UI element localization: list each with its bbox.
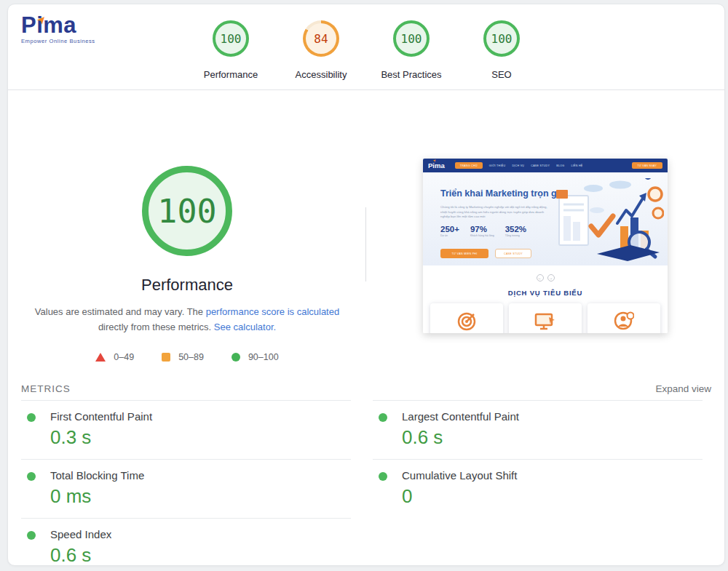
report-card: ➤ Pima Empower Online Business 100 Perfo… [7, 4, 725, 566]
category-label: Accessibility [296, 69, 347, 80]
logo-tagline: Empower Online Business [21, 38, 101, 44]
pass-dot-icon [27, 531, 36, 540]
category-label: SEO [491, 69, 511, 80]
metric-label: First Contentful Paint [50, 410, 351, 423]
metric-cumulative-layout-shift: Cumulative Layout Shift 0 [373, 459, 703, 518]
accessibility-gauge-icon: 84 [303, 20, 339, 57]
metric-speed-index: Speed Index 0.6 s [21, 518, 351, 566]
pima-logo[interactable]: ➤ Pima Empower Online Business [21, 15, 101, 44]
performance-summary: 100 Performance Values are estimated and… [8, 90, 724, 375]
seo-gauge-icon: 100 [483, 20, 520, 57]
stat-label: Khách hàng hài lòng [470, 234, 494, 237]
score-calc-link[interactable]: performance score is calculated [206, 306, 340, 317]
score-column: 100 Performance Values are estimated and… [8, 90, 366, 375]
metric-value: 0.6 s [50, 544, 351, 566]
preview-secondary-button: CASE STUDY [495, 249, 531, 258]
fail-triangle-icon [95, 353, 106, 362]
average-square-icon [162, 353, 170, 362]
metric-value: 0 [402, 485, 703, 508]
monitor-cart-icon [534, 311, 556, 332]
stat-value: 352% [505, 225, 526, 233]
pass-dot-icon [27, 472, 36, 481]
stat-value: 97% [470, 225, 494, 233]
preview-nav-link: LIÊN HỆ [571, 164, 582, 167]
preview-services-section: ← → DỊCH VỤ TIÊU BIỂU [423, 265, 668, 333]
expand-view-button[interactable]: Expand view [655, 383, 711, 394]
category-performance[interactable]: 100 Performance [186, 20, 276, 80]
metrics-section: METRICS Expand view First Contentful Pai… [8, 375, 724, 566]
screenshot-column: ➤ Pima TRANG CHỦ GIỚI THIỆU DỊCH VỤ CASE… [366, 90, 724, 375]
metric-value: 0 ms [50, 485, 351, 508]
metric-largest-contentful-paint: Largest Contentful Paint 0.6 s [373, 400, 703, 459]
report-header: ➤ Pima Empower Online Business 100 Perfo… [8, 4, 724, 90]
legend-item-average: 50–89 [162, 352, 204, 362]
metric-value: 0.6 s [402, 426, 703, 449]
metrics-header: METRICS Expand view [8, 375, 724, 396]
metrics-caption: METRICS [21, 383, 71, 394]
metric-label: Largest Contentful Paint [402, 410, 703, 423]
preview-nav-cta: TƯ VẤN NGAY [632, 162, 662, 169]
legend-range: 50–89 [178, 352, 204, 362]
performance-score-value: 100 [157, 192, 216, 231]
stat-label: Tăng trưởng [505, 234, 526, 237]
pass-dot-icon [379, 472, 387, 481]
summary-title: Performance [141, 276, 233, 295]
preview-hero-buttons: TƯ VẤN MIỄN PHÍ CASE STUDY [440, 249, 531, 258]
vertical-divider [365, 207, 366, 281]
metric-label: Total Blocking Time [50, 469, 351, 482]
legend-item-fail: 0–49 [95, 352, 134, 362]
preview-nav-links: GIỚI THIỆU DỊCH VỤ CASE STUDY BLOG LIÊN … [489, 164, 583, 167]
pass-dot-icon [379, 413, 387, 422]
category-seo[interactable]: 100 SEO [456, 20, 547, 80]
metric-first-contentful-paint: First Contentful Paint 0.3 s [21, 400, 351, 459]
category-accessibility[interactable]: 84 Accessibility [276, 20, 366, 80]
summary-description: Values are estimated and may vary. The p… [24, 304, 350, 335]
service-card [430, 303, 503, 333]
preview-nav-link: GIỚI THIỆU [489, 164, 506, 167]
legend-item-pass: 90–100 [232, 352, 279, 362]
support-chat-icon [614, 311, 634, 332]
preview-navbar: ➤ Pima TRANG CHỦ GIỚI THIỆU DỊCH VỤ CASE… [423, 159, 668, 172]
site-screenshot-preview: ➤ Pima TRANG CHỦ GIỚI THIỆU DỊCH VỤ CASE… [423, 159, 668, 333]
score-legend: 0–49 50–89 90–100 [95, 352, 278, 362]
description-text: directly from these metrics. [98, 322, 214, 332]
preview-service-cards [430, 303, 660, 333]
metric-label: Cumulative Layout Shift [402, 469, 703, 482]
stat-label: Dự án [440, 234, 459, 237]
category-label: Best Practices [381, 69, 441, 80]
pima-wordmark: ➤ Pima [21, 15, 101, 36]
service-card [509, 303, 582, 333]
preview-nav-active: TRANG CHỦ [455, 162, 483, 169]
preview-cta-button: TƯ VẤN MIỄN PHÍ [440, 249, 488, 258]
next-arrow-icon: → [547, 274, 555, 281]
metric-label: Speed Index [50, 528, 351, 540]
metric-value: 0.3 s [50, 426, 351, 449]
metrics-grid: First Contentful Paint 0.3 s Largest Con… [21, 400, 703, 566]
pass-circle-icon [232, 353, 240, 362]
preview-hero-title: Triển khai Marketing trọn gói [440, 188, 565, 199]
performance-score-gauge[interactable]: 100 [142, 166, 232, 256]
description-text: Values are estimated and may vary. The [35, 306, 206, 317]
preview-hero-stats: 250+ Dự án 97% Khách hàng hài lòng 352% … [440, 225, 526, 237]
preview-hero-paragraph: Chúng tôi là công ty Marketing chuyên ng… [440, 205, 553, 220]
preview-logo: ➤ Pima [428, 161, 445, 169]
preview-nav-link: DỊCH VỤ [512, 164, 524, 167]
target-icon [456, 311, 477, 332]
preview-services-title: DỊCH VỤ TIÊU BIỂU [423, 289, 668, 297]
category-label: Performance [204, 69, 258, 80]
prev-arrow-icon: ← [537, 274, 544, 281]
preview-nav-link: BLOG [556, 164, 564, 167]
marketing-illustration [553, 178, 664, 264]
performance-gauge-icon: 100 [213, 20, 249, 57]
preview-nav-link: CASE STUDY [531, 164, 550, 167]
preview-carousel-arrows: ← → [423, 274, 668, 281]
best-practices-gauge-icon: 100 [393, 20, 430, 57]
category-best-practices[interactable]: 100 Best Practices [366, 20, 456, 80]
stat-value: 250+ [440, 225, 459, 233]
preview-hero: Triển khai Marketing trọn gói Chúng tôi … [423, 172, 668, 265]
see-calculator-link[interactable]: See calculator. [214, 322, 276, 332]
legend-range: 90–100 [248, 352, 279, 362]
service-card [587, 303, 660, 333]
category-scores: 100 Performance 84 Accessibility 100 Bes… [186, 20, 547, 80]
pass-dot-icon [27, 413, 36, 422]
